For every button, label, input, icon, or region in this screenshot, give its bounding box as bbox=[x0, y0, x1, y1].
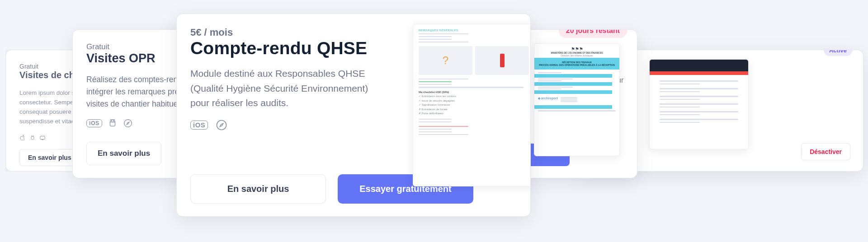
card-description: Module destiné aux Responsables QHSE (Qu… bbox=[190, 66, 385, 111]
trial-remaining-badge: 20 jours restant bbox=[559, 29, 627, 38]
svg-point-2 bbox=[33, 136, 33, 136]
svg-point-6 bbox=[124, 120, 132, 127]
card-title: Compte-rendu QHSE bbox=[190, 38, 385, 58]
preview-checklist-title: Ma checklist HSE (30%) bbox=[419, 91, 529, 93]
android-icon bbox=[29, 135, 36, 141]
ios-icon: iOS bbox=[86, 119, 102, 127]
svg-point-1 bbox=[32, 136, 33, 136]
svg-point-5 bbox=[113, 121, 114, 121]
safari-icon bbox=[215, 119, 228, 131]
svg-point-4 bbox=[111, 121, 112, 121]
apple-icon bbox=[19, 135, 26, 141]
preview-banner-sub: PROCÈS-VERBAL DES OPÉRATIONS PRÉALABLES … bbox=[539, 64, 615, 66]
preview-section-title: REMARQUES GÉNÉRALES bbox=[419, 29, 529, 32]
safari-icon bbox=[123, 118, 133, 128]
svg-rect-0 bbox=[31, 136, 34, 139]
learn-more-button[interactable]: En savoir plus bbox=[86, 142, 161, 165]
document-preview: ⚑⚑⚑ MINISTÈRE DE L'ÉCONOMIE ET DES FINAN… bbox=[534, 43, 620, 156]
svg-point-7 bbox=[217, 120, 226, 130]
ios-icon: iOS bbox=[190, 121, 208, 130]
web-icon bbox=[39, 135, 46, 141]
learn-more-button[interactable]: En savoir plus bbox=[19, 149, 80, 166]
price-label: 5€ / mois bbox=[190, 27, 385, 38]
document-preview bbox=[649, 59, 749, 149]
module-card-compte-rendu-qhse: 5€ / mois Compte-rendu QHSE Module desti… bbox=[176, 14, 531, 217]
report-preview: REMARQUES GÉNÉRALES ? Ma checklist HSE (… bbox=[413, 24, 531, 186]
android-icon bbox=[108, 118, 118, 128]
status-active-badge: Activé bbox=[824, 50, 852, 56]
svg-rect-3 bbox=[40, 136, 45, 139]
learn-more-button[interactable]: En savoir plus bbox=[190, 174, 326, 204]
preview-subheader: Direction des Affaires Juridiques bbox=[537, 54, 617, 57]
deactivate-button[interactable]: Désactiver bbox=[801, 143, 850, 160]
preview-brand: archireport bbox=[541, 97, 558, 100]
